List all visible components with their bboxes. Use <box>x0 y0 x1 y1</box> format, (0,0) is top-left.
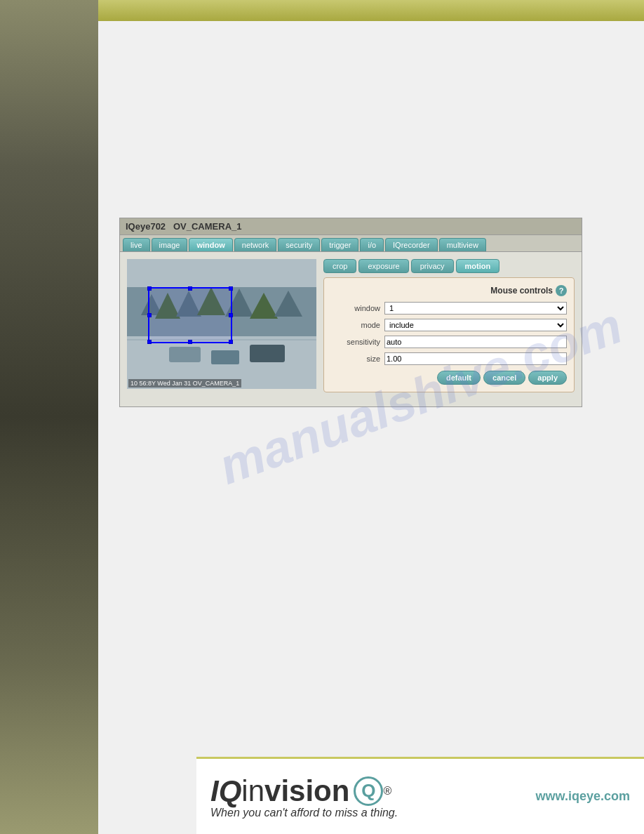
subtab-motion[interactable]: motion <box>456 259 500 273</box>
browser-title-bar: IQeye702 OV_CAMERA_1 <box>120 218 582 235</box>
right-panel: crop exposure privacy motion Mouse contr… <box>323 259 575 399</box>
logo-in: in <box>241 774 264 808</box>
tab-iqrecorder[interactable]: IQrecorder <box>385 238 438 251</box>
handle-bottom-mid[interactable] <box>188 340 192 344</box>
footer-tagline: When you can't afford to miss a thing. <box>210 807 398 819</box>
sidebar <box>0 0 98 834</box>
camera-name: OV_CAMERA_1 <box>173 221 242 232</box>
content-area: 10 56:8Y Wed Jan 31 OV_CAMERA_1 crop exp… <box>120 252 582 406</box>
tab-window[interactable]: window <box>189 238 232 251</box>
size-input[interactable] <box>384 352 567 365</box>
footer: IQ in vision Q ® When you can't afford t… <box>196 757 644 834</box>
help-icon[interactable]: ? <box>556 285 567 296</box>
browser-window: IQeye702 OV_CAMERA_1 live image window n… <box>119 218 582 407</box>
sensitivity-row: sensitivity <box>331 336 567 348</box>
handle-right-mid[interactable] <box>229 313 233 317</box>
camera-timestamp: 10 56:8Y Wed Jan 31 OV_CAMERA_1 <box>128 379 241 388</box>
subtab-crop[interactable]: crop <box>323 259 356 273</box>
logo-iq: IQ <box>210 774 241 808</box>
tab-trigger[interactable]: trigger <box>321 238 358 251</box>
tab-io[interactable]: i/o <box>360 238 384 251</box>
logo-vision: vision <box>264 774 349 808</box>
mode-select[interactable]: include exclude <box>384 319 567 331</box>
footer-logo: IQ in vision Q ® When you can't afford t… <box>210 774 398 819</box>
camera-image <box>127 259 316 389</box>
mode-row: mode include exclude <box>331 319 567 331</box>
mode-label: mode <box>331 321 380 329</box>
settings-panel: Mouse controls ? window 1 2 3 4 <box>323 277 575 392</box>
camera-feed: 10 56:8Y Wed Jan 31 OV_CAMERA_1 <box>127 259 316 389</box>
cancel-button[interactable]: cancel <box>483 371 525 385</box>
window-label: window <box>331 304 380 312</box>
svg-rect-11 <box>169 347 201 362</box>
handle-top-mid[interactable] <box>188 286 192 291</box>
svg-rect-13 <box>250 345 285 362</box>
default-button[interactable]: default <box>437 371 481 385</box>
button-row: default cancel apply <box>331 371 567 385</box>
window-row: window 1 2 3 4 <box>331 302 567 315</box>
motion-selection-box[interactable] <box>148 287 232 343</box>
tab-security[interactable]: security <box>278 238 320 251</box>
apply-button[interactable]: apply <box>528 371 567 385</box>
logo-registered: ® <box>383 785 391 797</box>
sensitivity-input[interactable] <box>384 336 567 348</box>
logo-main: IQ in vision Q ® <box>210 774 398 808</box>
window-select[interactable]: 1 2 3 4 <box>384 302 567 315</box>
tab-live[interactable]: live <box>123 238 150 251</box>
main-content: IQeye702 OV_CAMERA_1 live image window n… <box>98 21 644 834</box>
subtab-privacy[interactable]: privacy <box>411 259 454 273</box>
sensitivity-label: sensitivity <box>331 338 380 346</box>
handle-top-right[interactable] <box>229 286 233 291</box>
logo-q-icon: Q <box>354 776 383 806</box>
subtab-exposure[interactable]: exposure <box>358 259 408 273</box>
top-bar <box>98 0 644 21</box>
nav-tabs: live image window network security trigg… <box>120 235 582 252</box>
size-row: size <box>331 352 567 365</box>
footer-url[interactable]: www.iqeye.com <box>536 789 630 804</box>
tab-multiview[interactable]: multiview <box>439 238 486 251</box>
sub-tabs: crop exposure privacy motion <box>323 259 575 273</box>
tab-image[interactable]: image <box>152 238 188 251</box>
handle-left-mid[interactable] <box>147 313 152 317</box>
settings-header: Mouse controls ? <box>331 285 567 296</box>
browser-title-prefix: IQeye702 <box>126 221 166 232</box>
handle-top-left[interactable] <box>147 286 152 291</box>
handle-bottom-right[interactable] <box>229 340 233 344</box>
handle-bottom-left[interactable] <box>147 340 152 344</box>
size-label: size <box>331 355 380 363</box>
tab-network[interactable]: network <box>234 238 277 251</box>
mouse-controls-label: Mouse controls <box>490 286 553 296</box>
svg-rect-12 <box>211 350 239 364</box>
